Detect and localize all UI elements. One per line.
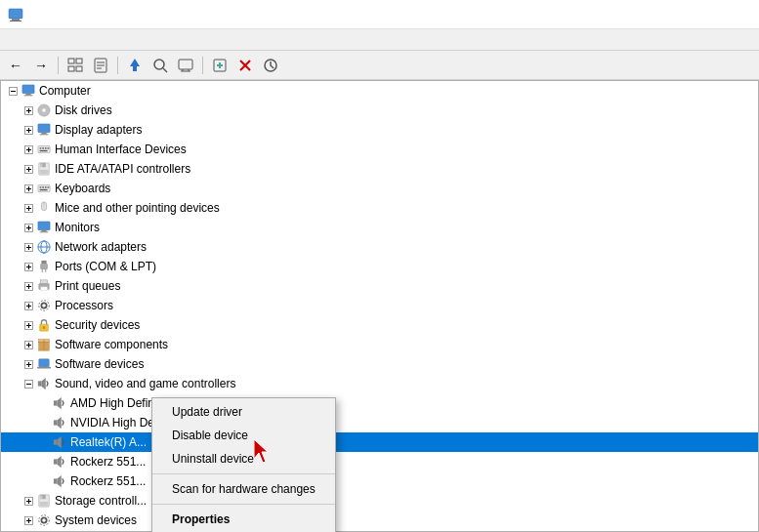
context-menu-item[interactable]: Properties: [152, 508, 335, 531]
close-button[interactable]: [706, 0, 751, 29]
expand-icon[interactable]: [36, 473, 52, 489]
tree-item-mice[interactable]: Mice and other pointing devices: [1, 198, 758, 218]
expand-icon[interactable]: [21, 259, 36, 274]
expand-icon[interactable]: [21, 376, 36, 391]
device-icon: [36, 122, 52, 138]
view-tree-button[interactable]: [63, 54, 87, 77]
tree-item-nvidia-audio[interactable]: NVIDIA High Definition Audio: [1, 413, 758, 432]
svg-rect-29: [24, 95, 33, 96]
menu-file[interactable]: [4, 38, 20, 42]
svg-rect-123: [54, 420, 58, 425]
maximize-button[interactable]: [661, 0, 706, 29]
expand-icon[interactable]: [21, 200, 36, 216]
expand-icon[interactable]: [21, 102, 36, 118]
expand-icon[interactable]: [36, 395, 52, 411]
device-tree[interactable]: ComputerDisk drivesDisplay adaptersHuman…: [0, 80, 759, 532]
svg-rect-62: [42, 186, 44, 187]
tree-item-system-devices[interactable]: System devices: [1, 511, 758, 530]
svg-point-100: [39, 301, 50, 311]
expand-icon[interactable]: [21, 317, 36, 333]
properties-small-button[interactable]: [89, 54, 112, 77]
svg-rect-125: [54, 439, 58, 444]
expand-icon[interactable]: [21, 122, 36, 138]
minimize-button[interactable]: [616, 0, 661, 29]
device-label: Network adapters: [55, 240, 147, 254]
tree-item-ide-ata[interactable]: IDE ATA/ATAPI controllers: [1, 159, 758, 179]
menu-help[interactable]: [51, 38, 66, 42]
svg-rect-56: [40, 170, 49, 174]
tree-item-rockerz-2[interactable]: Rockerz 551...: [1, 471, 758, 491]
context-menu-item[interactable]: Disable device: [152, 424, 335, 447]
context-menu-item[interactable]: Uninstall device: [152, 447, 335, 471]
remove-button[interactable]: [233, 54, 257, 77]
svg-rect-119: [38, 381, 42, 386]
expand-icon[interactable]: [21, 142, 36, 157]
svg-rect-129: [54, 478, 58, 483]
expand-icon[interactable]: [21, 493, 36, 509]
svg-rect-0: [9, 9, 22, 19]
tree-item-keyboards[interactable]: Keyboards: [1, 179, 758, 198]
add-button[interactable]: [208, 54, 232, 77]
expand-icon[interactable]: [5, 83, 21, 99]
device-icon: [36, 220, 52, 235]
tree-item-software-components[interactable]: Software components: [1, 335, 758, 354]
tree-item-ports[interactable]: Ports (COM & LPT): [1, 257, 758, 276]
tree-item-processors[interactable]: Processors: [1, 296, 758, 315]
context-menu-item[interactable]: Scan for hardware changes: [152, 477, 335, 501]
scan-hardware-button[interactable]: [259, 54, 282, 77]
menu-view[interactable]: [35, 38, 51, 42]
tree-item-human-interface[interactable]: Human Interface Devices: [1, 140, 758, 159]
expand-icon[interactable]: [21, 337, 36, 352]
device-icon: [36, 200, 52, 216]
expand-icon[interactable]: [21, 181, 36, 196]
device-label: Mice and other pointing devices: [55, 201, 220, 215]
tree-item-amd-audio[interactable]: AMD High Definition Audio Device: [1, 393, 758, 413]
device-icon: [36, 161, 52, 177]
device-label: Realtek(R) A...: [70, 435, 147, 449]
tree-item-software-devices[interactable]: Software devices: [1, 354, 758, 374]
update-driver-button[interactable]: [123, 54, 147, 77]
tree-item-security-devices[interactable]: Security devices: [1, 315, 758, 335]
device-label: Keyboards: [55, 182, 110, 195]
device-icon: [52, 434, 67, 450]
svg-rect-40: [40, 134, 49, 135]
expand-icon[interactable]: [36, 434, 52, 450]
tree-item-sound-video[interactable]: Sound, video and game controllers: [1, 374, 758, 393]
device-icon: [36, 102, 52, 118]
expand-icon[interactable]: [36, 415, 52, 430]
svg-rect-64: [48, 186, 50, 187]
device-label: Human Interface Devices: [55, 143, 187, 156]
expand-icon[interactable]: [21, 512, 36, 528]
monitor-button[interactable]: [174, 54, 197, 77]
expand-icon[interactable]: [21, 161, 36, 177]
tree-item-disk-drives[interactable]: Disk drives: [1, 101, 758, 120]
svg-rect-54: [41, 163, 46, 167]
expand-icon[interactable]: [21, 278, 36, 294]
svg-line-14: [163, 68, 167, 72]
tree-item-print-queues[interactable]: Print queues: [1, 276, 758, 296]
menu-action[interactable]: [20, 38, 35, 42]
expand-icon[interactable]: [21, 356, 36, 372]
expand-icon[interactable]: [36, 454, 52, 470]
scan-button[interactable]: [148, 54, 172, 77]
svg-marker-124: [57, 417, 61, 429]
tree-item-realtek[interactable]: Realtek(R) A...: [1, 432, 758, 452]
tree-item-rockerz-1[interactable]: Rockerz 551...: [1, 452, 758, 471]
tree-item-network-adapters[interactable]: Network adapters: [1, 237, 758, 257]
forward-button[interactable]: →: [29, 54, 53, 77]
device-icon: [36, 298, 52, 313]
expand-icon[interactable]: [21, 239, 36, 255]
svg-rect-5: [68, 66, 74, 71]
svg-rect-1: [12, 19, 20, 20]
svg-marker-11: [130, 59, 140, 66]
expand-icon[interactable]: [21, 298, 36, 313]
back-button[interactable]: ←: [4, 54, 27, 77]
expand-icon[interactable]: [21, 220, 36, 235]
context-menu-item[interactable]: Update driver: [152, 400, 335, 424]
tree-item-storage-controllers[interactable]: Storage controll...: [1, 491, 758, 511]
svg-marker-128: [57, 456, 61, 468]
svg-rect-136: [41, 496, 42, 500]
tree-item-monitors[interactable]: Monitors: [1, 218, 758, 237]
tree-item-computer[interactable]: Computer: [1, 81, 758, 101]
tree-item-display-adapters[interactable]: Display adapters: [1, 120, 758, 140]
